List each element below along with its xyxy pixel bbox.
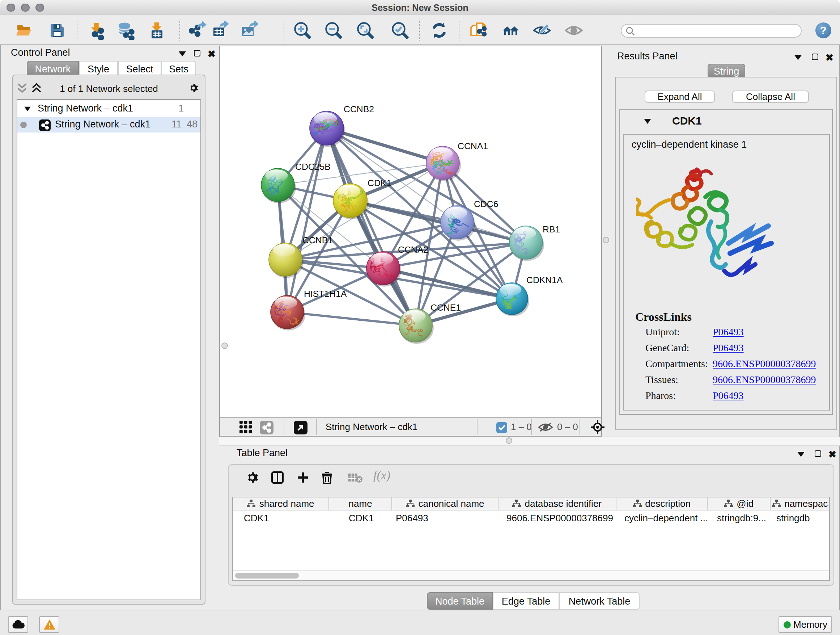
svg-text:CCNB1: CCNB1 [302, 235, 333, 245]
svg-text:CCNB2: CCNB2 [344, 104, 374, 114]
svg-text:CDKN1A: CDKN1A [526, 275, 563, 285]
svg-text:RB1: RB1 [543, 225, 560, 234]
svg-text:HIST1H1A: HIST1H1A [304, 289, 347, 299]
svg-text:CCNA2: CCNA2 [398, 245, 428, 255]
svg-text:CCNE1: CCNE1 [431, 302, 461, 312]
svg-text:CDK1: CDK1 [368, 178, 392, 188]
svg-text:CDC6: CDC6 [474, 199, 499, 209]
svg-text:CDC25B: CDC25B [295, 162, 331, 172]
svg-text:CCNA1: CCNA1 [458, 141, 488, 151]
